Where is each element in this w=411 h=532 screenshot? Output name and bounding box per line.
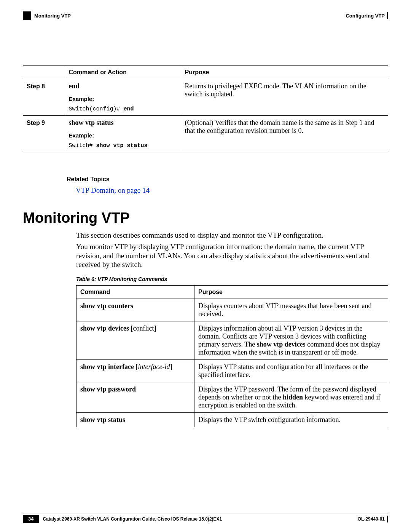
page-header: Monitoring VTP Configuring VTP [23,11,388,20]
monitor-header-cmd: Command [76,286,194,299]
header-chapter-label: Configuring VTP [346,13,385,19]
code-bold: show vtp status [96,142,148,149]
monitoring-table-wrap: Command Purpose show vtp counters Displa… [76,285,388,427]
cmd-bold-part: show vtp devices [80,324,131,332]
table-row: Step 9 show vtp status Example: Switch# … [23,116,388,152]
steps-header-cmd: Command or Action [65,66,181,79]
cmd-bold-part: show vtp password [80,385,136,393]
table-caption: Table 6: VTP Monitoring Commands [76,276,388,282]
purpose-text: Displays the VTP switch configuration in… [198,416,341,423]
header-divider-icon [387,12,388,19]
cmd-bold-part: show vtp counters [80,302,133,310]
cmd-bracket-close: ] [170,363,172,371]
monitor-header-purpose: Purpose [194,286,388,299]
example-label: Example: [69,132,177,139]
footer-guide-title: Catalyst 2960-XR Switch VLAN Configurati… [43,516,222,522]
step-number: Step 8 [27,83,45,89]
step-purpose: Returns to privileged EXEC mode. The VLA… [185,82,366,98]
cmd-bold-part: show vtp interface [80,363,135,371]
cmd-ital-part: interface-id [138,363,170,371]
monitoring-table: Command Purpose show vtp counters Displa… [76,285,388,427]
page-number: 34 [23,515,39,523]
step-command: end [69,82,80,90]
steps-table: Command or Action Purpose Step 8 end Exa… [23,66,388,152]
footer-doc-id: OL-29440-01 [358,516,385,522]
section-intro: This section describes commands used to … [76,231,388,282]
table-row: show vtp counters Displays counters abou… [76,299,388,321]
code-prefix: Switch(config)# [69,106,124,112]
example-code: Switch# show vtp status [69,142,148,149]
table-row: show vtp status Displays the VTP switch … [76,413,388,427]
steps-header-step [23,66,65,79]
footer-right: OL-29440-01 [358,516,388,522]
steps-header-purpose: Purpose [181,66,388,79]
intro-p2: You monitor VTP by displaying VTP config… [76,242,388,269]
section-heading: Monitoring VTP [23,210,388,226]
header-marker-icon [23,11,31,20]
cmd-after-part: [conflict] [131,324,156,332]
footer-divider-icon [387,516,388,522]
example-code: Switch(config)# end [69,106,134,112]
table-row: show vtp interface [interface-id] Displa… [76,360,388,382]
code-bold: end [124,106,134,112]
header-section-label: Monitoring VTP [34,13,71,19]
purpose-text: Displays VTP status and configuration fo… [198,363,368,379]
cmd-bold-part: show vtp status [80,416,125,423]
intro-p1: This section describes commands used to … [76,231,388,240]
code-prefix: Switch# [69,142,96,149]
footer-left: 34 Catalyst 2960-XR Switch VLAN Configur… [23,515,222,523]
step-number: Step 9 [27,120,45,126]
table-row: Step 8 end Example: Switch(config)# end … [23,79,388,116]
header-left: Monitoring VTP [23,11,71,20]
table-row: show vtp devices [conflict] Displays inf… [76,321,388,360]
header-right: Configuring VTP [346,12,388,19]
purpose-bold: hidden [283,393,303,401]
purpose-text: Displays counters about VTP messages tha… [198,302,371,318]
table-row: show vtp password Displays the VTP passw… [76,382,388,413]
purpose-bold: show vtp devices [257,340,306,348]
step-command: show vtp status [69,119,114,126]
related-topics: Related Topics VTP Domain, on page 14 [67,175,388,195]
related-topics-title: Related Topics [67,176,110,182]
related-topic-link[interactable]: VTP Domain, on page 14 [76,186,388,195]
example-label: Example: [69,96,177,102]
step-purpose: (Optional) Verifies that the domain name… [185,119,374,134]
page-footer: 34 Catalyst 2960-XR Switch VLAN Configur… [23,513,388,523]
